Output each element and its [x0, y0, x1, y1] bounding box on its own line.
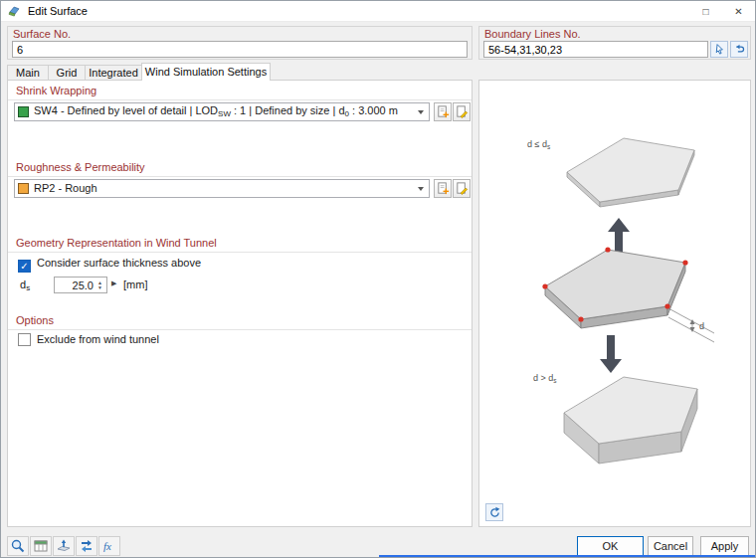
- exclude-row: Exclude from wind tunnel: [18, 333, 159, 346]
- surface-no-input[interactable]: [12, 41, 468, 58]
- thick-surface-illustration: [564, 377, 697, 464]
- thickness-row: ds 25.0 ▲ ▼ ▶ [mm]: [20, 277, 318, 293]
- tab-wind-simulation-settings[interactable]: Wind Simulation Settings: [141, 63, 271, 81]
- consider-thickness-label[interactable]: Consider surface thickness above: [37, 257, 201, 269]
- restore-selection-button[interactable]: [730, 41, 748, 58]
- roughness-new-button[interactable]: [434, 179, 452, 198]
- roughness-edit-button[interactable]: [453, 179, 471, 198]
- source-surface-illustration: [542, 247, 687, 328]
- geometry-representation-title: Geometry Representation in Wind Tunnel: [8, 237, 472, 253]
- thick-case-label: d > ds: [533, 373, 557, 384]
- shrink-wrapping-new-button[interactable]: [434, 102, 452, 121]
- jump-to-object-button[interactable]: [53, 536, 75, 556]
- apply-button[interactable]: Apply: [700, 536, 749, 556]
- formula-button[interactable]: fx: [98, 536, 120, 556]
- tab-integrated[interactable]: Integrated: [85, 65, 142, 81]
- shrink-wrapping-title: Shrink Wrapping: [8, 85, 472, 100]
- shrink-wrapping-select[interactable]: SW4 - Defined by level of detail | LODSW…: [14, 102, 430, 121]
- thin-surface-illustration: [567, 138, 694, 207]
- consider-thickness-row: ✓Consider surface thickness above: [18, 257, 201, 273]
- thickness-input[interactable]: 25.0 ▲ ▼: [54, 277, 107, 293]
- options-title: Options: [8, 314, 472, 330]
- tab-grid[interactable]: Grid: [48, 65, 86, 81]
- thickness-unit: [mm]: [123, 279, 147, 290]
- select-lines-button[interactable]: [710, 41, 728, 58]
- roughness-permeability-title: Roughness & Permeability: [8, 161, 472, 177]
- shrink-wrapping-edit-button[interactable]: [453, 102, 471, 121]
- rotate-view-icon: [488, 506, 501, 519]
- edit-sheet-icon: [455, 181, 470, 196]
- roughness-select[interactable]: RP2 - Rough: [14, 179, 430, 198]
- maximize-button[interactable]: □: [689, 1, 722, 21]
- select-pointer-icon: [713, 43, 726, 56]
- surface-no-group: Surface No.: [7, 26, 472, 60]
- new-sheet-icon: [436, 104, 451, 119]
- shrink-wrapping-value: SW4 - Defined by level of detail | LODSW…: [34, 102, 413, 122]
- titlebar[interactable]: Edit Surface □ ✕: [1, 1, 755, 22]
- svg-text:fx: fx: [103, 540, 111, 552]
- bottom-accent-strip: [379, 555, 755, 557]
- edit-sheet-icon: [455, 104, 470, 119]
- exclude-wind-tunnel-checkbox[interactable]: [18, 333, 31, 346]
- spin-down-icon[interactable]: ▼: [97, 285, 102, 290]
- magnifier-icon: [10, 538, 26, 554]
- new-sheet-icon: [436, 181, 451, 196]
- diagram-panel: d ≤ ds: [478, 80, 751, 527]
- ok-button[interactable]: OK: [577, 536, 644, 556]
- exclude-wind-tunnel-label[interactable]: Exclude from wind tunnel: [37, 333, 159, 345]
- return-arrow-icon: [733, 43, 746, 56]
- table-icon: [33, 538, 49, 554]
- boundary-lines-group: Boundary Lines No.: [478, 26, 751, 60]
- roughness-value: RP2 - Rough: [34, 180, 413, 197]
- thin-case-label: d ≤ ds: [527, 139, 551, 150]
- slider-arrow-icon[interactable]: ▶: [111, 279, 116, 287]
- edit-surface-dialog: Edit Surface □ ✕ Surface No. Boundary Li…: [0, 0, 756, 558]
- layer-arrow-icon: [56, 538, 72, 554]
- swap-selection-button[interactable]: [76, 536, 97, 556]
- boundary-lines-input[interactable]: [483, 41, 708, 58]
- arrow-down-icon: [600, 335, 622, 373]
- thickness-dimension: [668, 308, 714, 342]
- tab-main[interactable]: Main: [7, 65, 49, 81]
- consider-thickness-checkbox[interactable]: ✓: [18, 260, 31, 273]
- cancel-button[interactable]: Cancel: [648, 536, 693, 556]
- chevron-down-icon: [413, 180, 429, 197]
- table-edit-button[interactable]: [30, 536, 52, 556]
- thickness-value: 25.0: [73, 279, 94, 291]
- app-icon: [8, 4, 22, 18]
- fx-icon: fx: [101, 538, 117, 554]
- close-button[interactable]: ✕: [722, 1, 755, 21]
- wind-thickness-diagram: d ≤ ds: [479, 81, 750, 526]
- swap-arrows-icon: [79, 538, 94, 554]
- find-button[interactable]: [7, 536, 29, 556]
- wind-settings-panel: Shrink Wrapping SW4 - Defined by level o…: [7, 80, 472, 527]
- shrink-color-swatch: [18, 106, 29, 117]
- boundary-lines-label: Boundary Lines No.: [484, 28, 581, 40]
- graphics-settings-button[interactable]: [485, 503, 503, 521]
- thickness-symbol: ds: [20, 279, 30, 292]
- window-title: Edit Surface: [28, 5, 88, 17]
- roughness-color-swatch: [18, 183, 29, 194]
- dimension-label: d: [699, 321, 704, 331]
- surface-no-label: Surface No.: [13, 28, 71, 40]
- chevron-down-icon: [413, 103, 429, 120]
